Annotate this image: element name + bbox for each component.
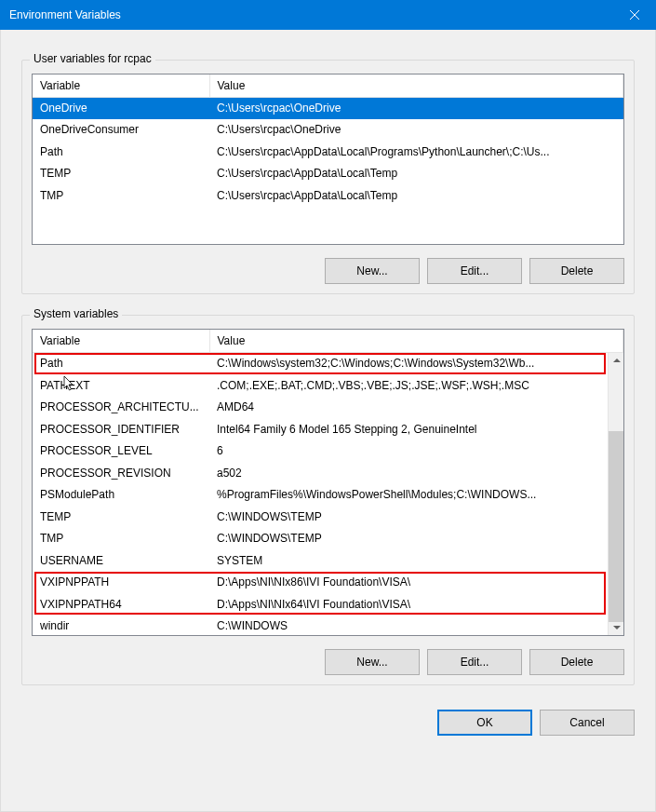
user-variables-table-wrap: Variable Value OneDriveC:\Users\rcpac\On…: [32, 74, 624, 245]
table-row[interactable]: TMPC:\Users\rcpac\AppData\Local\Temp: [33, 184, 623, 207]
system-delete-button[interactable]: Delete: [529, 649, 624, 675]
cell-variable: TEMP: [33, 163, 209, 185]
scroll-up-arrow-icon[interactable]: [609, 353, 623, 369]
cell-value: C:\WINDOWS: [209, 616, 608, 636]
table-row[interactable]: OneDriveConsumerC:\Users\rcpac\OneDrive: [33, 119, 623, 142]
cell-variable: TEMP: [33, 506, 209, 528]
system-scrollbar[interactable]: [608, 353, 623, 636]
system-new-button[interactable]: New...: [325, 649, 420, 675]
cell-variable: VXIPNPPATH: [33, 572, 209, 594]
table-row[interactable]: PROCESSOR_REVISIONa502: [33, 462, 608, 484]
cell-value: SYSTEM: [209, 549, 608, 572]
cell-variable: PROCESSOR_REVISION: [33, 462, 209, 484]
scroll-down-arrow-icon[interactable]: [609, 620, 623, 636]
table-row[interactable]: USERNAMESYSTEM: [33, 549, 608, 572]
table-row[interactable]: TEMPC:\WINDOWS\TEMP: [33, 506, 608, 528]
cell-variable: VXIPNPPATH64: [33, 593, 209, 616]
cell-variable: PATHEXT: [33, 374, 209, 397]
cell-value: AMD64: [209, 397, 608, 419]
cell-value: %ProgramFiles%\WindowsPowerShell\Modules…: [209, 484, 608, 507]
cell-variable: Path: [33, 353, 209, 375]
cell-value: C:\Windows\system32;C:\Windows;C:\Window…: [209, 353, 608, 375]
cell-variable: PSModulePath: [33, 484, 209, 507]
cell-variable: PROCESSOR_ARCHITECTU...: [33, 397, 209, 419]
cell-value: C:\Users\rcpac\OneDrive: [209, 97, 623, 119]
close-icon: [630, 10, 639, 20]
user-delete-button[interactable]: Delete: [529, 258, 624, 284]
system-button-row: New... Edit... Delete: [32, 649, 624, 675]
column-header-value[interactable]: Value: [209, 330, 623, 352]
dialog-footer: OK Cancel: [21, 710, 635, 736]
user-button-row: New... Edit... Delete: [32, 258, 624, 284]
table-row[interactable]: PATHEXT.COM;.EXE;.BAT;.CMD;.VBS;.VBE;.JS…: [33, 374, 608, 397]
table-row[interactable]: PathC:\Windows\system32;C:\Windows;C:\Wi…: [33, 353, 608, 375]
user-variables-table[interactable]: Variable Value OneDriveC:\Users\rcpac\On…: [33, 74, 623, 207]
cell-variable: OneDriveConsumer: [33, 119, 209, 142]
cancel-button[interactable]: Cancel: [540, 710, 635, 736]
cell-value: C:\Users\rcpac\OneDrive: [209, 119, 623, 142]
cell-value: a502: [209, 462, 608, 484]
system-variables-table-head[interactable]: Variable Value: [33, 330, 623, 353]
table-row[interactable]: windirC:\WINDOWS: [33, 616, 608, 636]
cell-value: C:\Users\rcpac\AppData\Local\Temp: [209, 163, 623, 185]
cell-variable: TMP: [33, 528, 209, 550]
column-header-value[interactable]: Value: [209, 74, 623, 97]
cell-variable: PROCESSOR_IDENTIFIER: [33, 418, 209, 440]
table-header-row: Variable Value: [33, 330, 623, 352]
titlebar-text: Environment Variables: [9, 8, 613, 21]
table-row[interactable]: OneDriveC:\Users\rcpac\OneDrive: [33, 97, 623, 119]
cell-variable: windir: [33, 616, 209, 636]
cell-value: D:\Apps\NI\NIx64\IVI Foundation\VISA\: [209, 593, 608, 616]
system-table-body-wrap: PathC:\Windows\system32;C:\Windows;C:\Wi…: [33, 353, 623, 636]
cell-value: D:\Apps\NI\NIx86\IVI Foundation\VISA\: [209, 572, 608, 594]
user-new-button[interactable]: New...: [325, 258, 420, 284]
cell-variable: Path: [33, 141, 209, 163]
system-group-label: System variables: [30, 307, 122, 320]
cell-value: 6: [209, 440, 608, 463]
system-variables-table[interactable]: PathC:\Windows\system32;C:\Windows;C:\Wi…: [33, 353, 608, 636]
system-edit-button[interactable]: Edit...: [427, 649, 522, 675]
user-edit-button[interactable]: Edit...: [427, 258, 522, 284]
table-row[interactable]: VXIPNPPATHD:\Apps\NI\NIx86\IVI Foundatio…: [33, 572, 608, 594]
table-row[interactable]: TEMPC:\Users\rcpac\AppData\Local\Temp: [33, 163, 623, 185]
cell-variable: OneDrive: [33, 97, 209, 119]
scroll-thumb[interactable]: [609, 431, 623, 622]
cell-value: C:\Users\rcpac\AppData\Local\Temp: [209, 184, 623, 207]
table-row[interactable]: PROCESSOR_LEVEL6: [33, 440, 608, 463]
table-row[interactable]: PathC:\Users\rcpac\AppData\Local\Program…: [33, 141, 623, 163]
system-variables-table-wrap: Variable Value PathC:\Windows\system32;C…: [32, 329, 624, 636]
cell-value: .COM;.EXE;.BAT;.CMD;.VBS;.VBE;.JS;.JSE;.…: [209, 374, 608, 397]
cell-variable: PROCESSOR_LEVEL: [33, 440, 209, 463]
user-variables-group: User variables for rcpac Variable Value …: [21, 60, 635, 294]
close-button[interactable]: [613, 0, 656, 30]
ok-button[interactable]: OK: [437, 710, 532, 736]
cell-variable: USERNAME: [33, 549, 209, 572]
table-header-row: Variable Value: [33, 74, 623, 97]
dialog-content: User variables for rcpac Variable Value …: [0, 30, 656, 812]
user-group-label: User variables for rcpac: [30, 52, 155, 65]
table-row[interactable]: TMPC:\WINDOWS\TEMP: [33, 528, 608, 550]
cell-variable: TMP: [33, 184, 209, 207]
titlebar: Environment Variables: [0, 0, 656, 30]
column-header-variable[interactable]: Variable: [33, 330, 209, 352]
system-variables-group: System variables Variable Value PathC:\W…: [21, 315, 635, 685]
column-header-variable[interactable]: Variable: [33, 74, 209, 97]
table-row[interactable]: PROCESSOR_IDENTIFIERIntel64 Family 6 Mod…: [33, 418, 608, 440]
table-row[interactable]: PSModulePath%ProgramFiles%\WindowsPowerS…: [33, 484, 608, 507]
cell-value: C:\WINDOWS\TEMP: [209, 528, 608, 550]
table-row[interactable]: VXIPNPPATH64D:\Apps\NI\NIx64\IVI Foundat…: [33, 593, 608, 616]
cell-value: C:\Users\rcpac\AppData\Local\Programs\Py…: [209, 141, 623, 163]
cell-value: C:\WINDOWS\TEMP: [209, 506, 608, 528]
table-row[interactable]: PROCESSOR_ARCHITECTU...AMD64: [33, 397, 608, 419]
cell-value: Intel64 Family 6 Model 165 Stepping 2, G…: [209, 418, 608, 440]
